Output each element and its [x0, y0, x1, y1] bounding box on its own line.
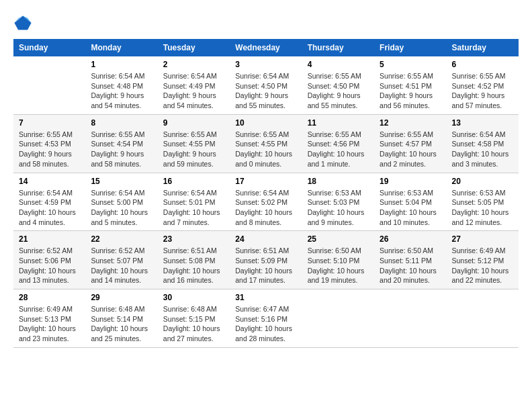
day-number: 12 [380, 118, 441, 128]
day-info: Sunrise: 6:54 AM Sunset: 4:59 PM Dayligh… [19, 188, 80, 228]
calendar-cell: 27Sunrise: 6:49 AM Sunset: 5:12 PM Dayli… [447, 231, 519, 289]
day-number: 22 [91, 234, 152, 244]
column-header-sunday: Sunday [13, 39, 85, 56]
calendar-cell: 23Sunrise: 6:51 AM Sunset: 5:08 PM Dayli… [158, 231, 230, 289]
day-number: 28 [19, 293, 80, 302]
day-number: 7 [19, 118, 80, 128]
calendar-cell: 9Sunrise: 6:55 AM Sunset: 4:55 PM Daylig… [158, 114, 230, 173]
day-info: Sunrise: 6:55 AM Sunset: 4:51 PM Dayligh… [380, 71, 441, 111]
day-info: Sunrise: 6:51 AM Sunset: 5:08 PM Dayligh… [163, 246, 224, 285]
calendar-cell: 21Sunrise: 6:52 AM Sunset: 5:06 PM Dayli… [13, 231, 85, 289]
day-info: Sunrise: 6:54 AM Sunset: 4:49 PM Dayligh… [163, 71, 224, 111]
day-info: Sunrise: 6:52 AM Sunset: 5:07 PM Dayligh… [91, 246, 152, 285]
day-info: Sunrise: 6:53 AM Sunset: 5:05 PM Dayligh… [452, 188, 513, 228]
day-info: Sunrise: 6:55 AM Sunset: 4:57 PM Dayligh… [380, 130, 441, 169]
calendar-cell: 29Sunrise: 6:48 AM Sunset: 5:14 PM Dayli… [85, 289, 157, 348]
day-number: 29 [91, 293, 152, 302]
calendar-week-row: 14Sunrise: 6:54 AM Sunset: 4:59 PM Dayli… [13, 173, 519, 231]
day-number: 14 [19, 177, 80, 186]
day-info: Sunrise: 6:54 AM Sunset: 4:58 PM Dayligh… [452, 130, 513, 169]
calendar-cell: 12Sunrise: 6:55 AM Sunset: 4:57 PM Dayli… [374, 114, 446, 173]
day-number: 18 [308, 177, 369, 186]
column-header-wednesday: Wednesday [230, 39, 302, 56]
calendar-cell: 11Sunrise: 6:55 AM Sunset: 4:56 PM Dayli… [302, 114, 374, 173]
day-info: Sunrise: 6:53 AM Sunset: 5:04 PM Dayligh… [380, 188, 441, 228]
day-number: 13 [452, 118, 513, 128]
column-header-saturday: Saturday [447, 39, 519, 56]
page-header [13, 13, 519, 32]
column-header-monday: Monday [85, 39, 157, 56]
day-number: 11 [308, 118, 369, 128]
calendar-cell: 19Sunrise: 6:53 AM Sunset: 5:04 PM Dayli… [374, 173, 446, 231]
calendar-cell [13, 56, 85, 114]
day-number: 16 [163, 177, 224, 186]
calendar-cell [302, 289, 374, 348]
day-info: Sunrise: 6:53 AM Sunset: 5:03 PM Dayligh… [308, 188, 369, 228]
calendar-cell: 1Sunrise: 6:54 AM Sunset: 4:48 PM Daylig… [85, 56, 157, 114]
logo-icon [13, 13, 32, 32]
day-number: 30 [163, 293, 224, 302]
day-info: Sunrise: 6:55 AM Sunset: 4:53 PM Dayligh… [19, 130, 80, 169]
calendar-cell [447, 289, 519, 348]
calendar-week-row: 28Sunrise: 6:49 AM Sunset: 5:13 PM Dayli… [13, 289, 519, 348]
day-info: Sunrise: 6:54 AM Sunset: 4:48 PM Dayligh… [91, 71, 152, 111]
day-number: 4 [308, 60, 369, 69]
day-number: 23 [163, 234, 224, 244]
calendar-cell: 13Sunrise: 6:54 AM Sunset: 4:58 PM Dayli… [447, 114, 519, 173]
day-info: Sunrise: 6:55 AM Sunset: 4:55 PM Dayligh… [163, 130, 224, 169]
day-number: 25 [308, 234, 369, 244]
day-info: Sunrise: 6:55 AM Sunset: 4:52 PM Dayligh… [452, 71, 513, 111]
day-info: Sunrise: 6:55 AM Sunset: 4:55 PM Dayligh… [235, 130, 296, 169]
day-info: Sunrise: 6:55 AM Sunset: 4:50 PM Dayligh… [308, 71, 369, 111]
day-info: Sunrise: 6:54 AM Sunset: 5:02 PM Dayligh… [235, 188, 296, 228]
day-number: 31 [235, 293, 296, 302]
calendar-cell: 25Sunrise: 6:50 AM Sunset: 5:10 PM Dayli… [302, 231, 374, 289]
day-info: Sunrise: 6:54 AM Sunset: 5:00 PM Dayligh… [91, 188, 152, 228]
day-info: Sunrise: 6:55 AM Sunset: 4:56 PM Dayligh… [308, 130, 369, 169]
day-info: Sunrise: 6:48 AM Sunset: 5:15 PM Dayligh… [163, 304, 224, 344]
svg-marker-0 [14, 16, 31, 30]
calendar-cell: 5Sunrise: 6:55 AM Sunset: 4:51 PM Daylig… [374, 56, 446, 114]
calendar-cell: 26Sunrise: 6:50 AM Sunset: 5:11 PM Dayli… [374, 231, 446, 289]
calendar-cell: 31Sunrise: 6:47 AM Sunset: 5:16 PM Dayli… [230, 289, 302, 348]
day-number: 3 [235, 60, 296, 69]
logo [13, 13, 35, 32]
day-number: 15 [91, 177, 152, 186]
calendar-cell: 14Sunrise: 6:54 AM Sunset: 4:59 PM Dayli… [13, 173, 85, 231]
column-header-friday: Friday [374, 39, 446, 56]
calendar-cell: 3Sunrise: 6:54 AM Sunset: 4:50 PM Daylig… [230, 56, 302, 114]
calendar-cell: 4Sunrise: 6:55 AM Sunset: 4:50 PM Daylig… [302, 56, 374, 114]
calendar-cell: 6Sunrise: 6:55 AM Sunset: 4:52 PM Daylig… [447, 56, 519, 114]
day-info: Sunrise: 6:54 AM Sunset: 5:01 PM Dayligh… [163, 188, 224, 228]
day-info: Sunrise: 6:49 AM Sunset: 5:12 PM Dayligh… [452, 246, 513, 285]
calendar-cell: 18Sunrise: 6:53 AM Sunset: 5:03 PM Dayli… [302, 173, 374, 231]
day-number: 26 [380, 234, 441, 244]
calendar-cell: 20Sunrise: 6:53 AM Sunset: 5:05 PM Dayli… [447, 173, 519, 231]
day-info: Sunrise: 6:49 AM Sunset: 5:13 PM Dayligh… [19, 304, 80, 344]
calendar-week-row: 1Sunrise: 6:54 AM Sunset: 4:48 PM Daylig… [13, 56, 519, 114]
calendar-cell: 22Sunrise: 6:52 AM Sunset: 5:07 PM Dayli… [85, 231, 157, 289]
day-info: Sunrise: 6:48 AM Sunset: 5:14 PM Dayligh… [91, 304, 152, 344]
day-number: 6 [452, 60, 513, 69]
day-number: 27 [452, 234, 513, 244]
day-number: 9 [163, 118, 224, 128]
calendar-cell: 28Sunrise: 6:49 AM Sunset: 5:13 PM Dayli… [13, 289, 85, 348]
day-info: Sunrise: 6:54 AM Sunset: 4:50 PM Dayligh… [235, 71, 296, 111]
calendar-cell: 17Sunrise: 6:54 AM Sunset: 5:02 PM Dayli… [230, 173, 302, 231]
day-info: Sunrise: 6:51 AM Sunset: 5:09 PM Dayligh… [235, 246, 296, 285]
column-header-tuesday: Tuesday [158, 39, 230, 56]
day-number: 8 [91, 118, 152, 128]
day-number: 5 [380, 60, 441, 69]
calendar-cell: 2Sunrise: 6:54 AM Sunset: 4:49 PM Daylig… [158, 56, 230, 114]
column-header-thursday: Thursday [302, 39, 374, 56]
calendar-cell: 24Sunrise: 6:51 AM Sunset: 5:09 PM Dayli… [230, 231, 302, 289]
day-number: 19 [380, 177, 441, 186]
day-number: 20 [452, 177, 513, 186]
calendar-header-row: SundayMondayTuesdayWednesdayThursdayFrid… [13, 39, 519, 56]
day-number: 1 [91, 60, 152, 69]
day-number: 17 [235, 177, 296, 186]
day-info: Sunrise: 6:50 AM Sunset: 5:11 PM Dayligh… [380, 246, 441, 285]
calendar-cell: 15Sunrise: 6:54 AM Sunset: 5:00 PM Dayli… [85, 173, 157, 231]
day-number: 24 [235, 234, 296, 244]
calendar-week-row: 7Sunrise: 6:55 AM Sunset: 4:53 PM Daylig… [13, 114, 519, 173]
